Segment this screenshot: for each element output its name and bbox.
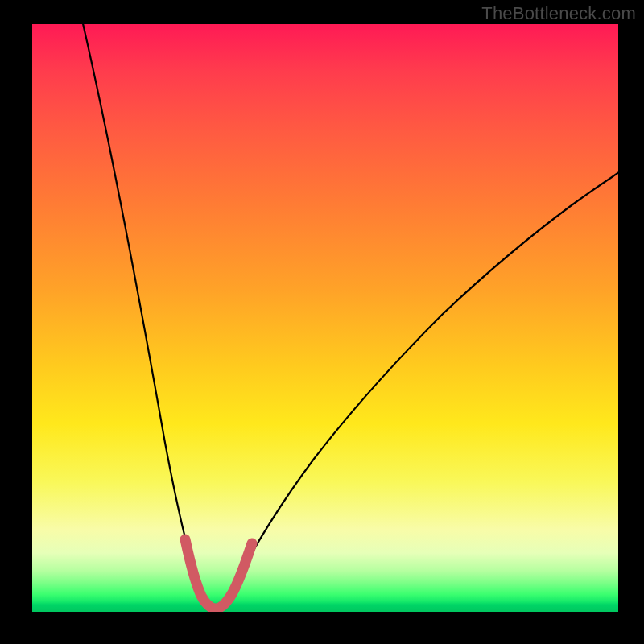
watermark-text: TheBottleneck.com [481, 3, 636, 24]
bottleneck-curve [82, 24, 618, 607]
bottleneck-curve-svg [32, 24, 618, 612]
chart-stage: TheBottleneck.com [0, 0, 644, 644]
highlight-segment [185, 539, 252, 609]
plot-area [32, 24, 618, 612]
